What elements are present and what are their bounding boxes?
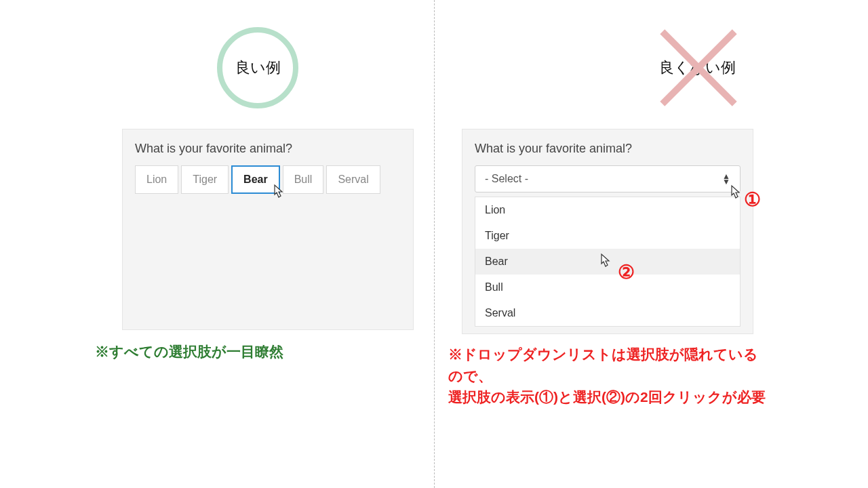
option-lion[interactable]: Lion	[135, 165, 178, 194]
x-mark-icon	[651, 20, 746, 115]
dropdown-option-serval[interactable]: Serval	[475, 300, 740, 326]
bad-header: 良くない例	[462, 20, 821, 115]
circle-mark-icon: 良い例	[217, 27, 298, 108]
bad-caption: ※ドロップダウンリストは選択肢が隠れているので、選択肢の表示(①)と選択(②)の…	[448, 344, 767, 408]
option-bull[interactable]: Bull	[283, 165, 324, 194]
segmented-control: Lion Tiger Bear Bull Serval	[135, 165, 401, 194]
good-caption: ※すべての選択肢が一目瞭然	[95, 342, 393, 361]
marker-1: ①	[744, 188, 761, 211]
question-label-good: What is your favorite animal?	[135, 142, 401, 156]
good-example-panel: 良い例 What is your favorite animal? Lion T…	[0, 0, 434, 488]
cursor-icon	[597, 253, 611, 271]
dropdown-option-bear[interactable]: Bear ②	[475, 249, 740, 274]
question-label-bad: What is your favorite animal?	[475, 142, 741, 156]
dropdown-option-tiger[interactable]: Tiger	[475, 223, 740, 249]
dropdown-options: Lion Tiger Bear ② Bull Serval	[475, 197, 741, 327]
dropdown-option-bear-label: Bear	[485, 256, 508, 267]
option-bear-label: Bear	[243, 174, 268, 185]
dropdown-placeholder: - Select -	[485, 173, 528, 185]
good-card: What is your favorite animal? Lion Tiger…	[122, 129, 414, 330]
dropdown-option-bull[interactable]: Bull	[475, 274, 740, 300]
dropdown-select[interactable]: - Select - ▲▼	[475, 165, 741, 192]
sort-arrows-icon: ▲▼	[722, 174, 730, 184]
good-label: 良い例	[235, 58, 281, 78]
bad-example-panel: 良くない例 What is your favorite animal? - Se…	[434, 0, 868, 488]
good-header: 良い例	[122, 20, 393, 115]
option-bear[interactable]: Bear	[231, 165, 280, 194]
option-tiger[interactable]: Tiger	[181, 165, 229, 194]
cursor-icon	[271, 184, 284, 202]
dropdown-option-lion[interactable]: Lion	[475, 197, 740, 223]
dropdown-wrap: - Select - ▲▼ ①	[475, 165, 741, 192]
bad-card: What is your favorite animal? - Select -…	[462, 129, 753, 334]
option-serval[interactable]: Serval	[326, 165, 380, 194]
